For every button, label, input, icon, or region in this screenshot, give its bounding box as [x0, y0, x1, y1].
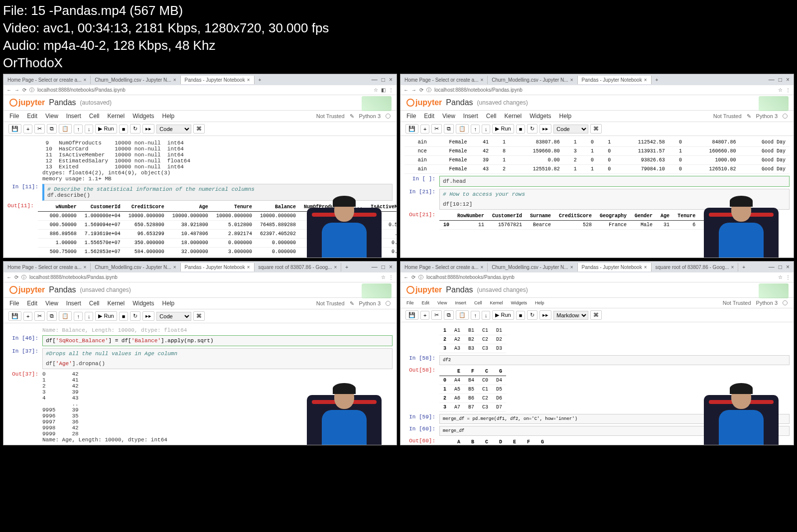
reload-icon[interactable]: ⟳: [419, 87, 423, 93]
command-palette-button[interactable]: ⌘: [193, 311, 205, 321]
menu-edit[interactable]: Edit: [27, 113, 37, 120]
close-icon[interactable]: ×: [480, 77, 483, 83]
menu-icon[interactable]: ⋮: [786, 274, 791, 280]
tab-pandas[interactable]: Pandas - Jupyter Notebook×: [181, 263, 255, 271]
kernel-name[interactable]: Python 3: [359, 113, 381, 119]
star-icon[interactable]: ☆: [381, 274, 386, 280]
window-close-icon[interactable]: ×: [389, 76, 393, 83]
new-tab-button[interactable]: +: [652, 76, 663, 84]
run-button[interactable]: ▶ Run: [492, 310, 514, 320]
info-icon[interactable]: ⓘ: [426, 87, 431, 94]
url-field[interactable]: localhost:8888/notebooks/Pandas.ipynb: [426, 274, 775, 280]
code-cell[interactable]: df.head: [439, 176, 790, 187]
maximize-icon[interactable]: □: [779, 264, 782, 270]
paste-button[interactable]: 📋: [456, 310, 469, 320]
code-cell[interactable]: #Drops all the null values in Age column…: [42, 348, 393, 369]
reload-icon[interactable]: ⟳: [411, 274, 415, 280]
save-button[interactable]: 💾: [405, 310, 418, 320]
close-icon[interactable]: ×: [173, 77, 176, 83]
info-icon[interactable]: ⓘ: [418, 274, 423, 281]
menu-icon[interactable]: ⋮: [389, 87, 394, 93]
tab-home[interactable]: Home Page - Select or create a...×: [3, 263, 91, 271]
command-palette-button[interactable]: ⌘: [590, 310, 602, 320]
save-button[interactable]: 💾: [8, 124, 21, 133]
tab-churn[interactable]: Churn_Modelling.csv - Jupyter N...×: [488, 76, 577, 84]
close-icon[interactable]: ×: [83, 77, 86, 83]
add-cell-button[interactable]: +: [420, 125, 429, 133]
url-field[interactable]: localhost:8888/notebooks/Pandas.ipynb: [29, 274, 378, 280]
close-icon[interactable]: ×: [570, 265, 573, 270]
stop-button[interactable]: ■: [516, 125, 526, 133]
menu-view[interactable]: View: [45, 113, 58, 120]
maximize-icon[interactable]: □: [382, 76, 385, 83]
trust-indicator[interactable]: Not Trusted: [723, 300, 751, 306]
restart-run-button[interactable]: ▸▸: [539, 124, 551, 133]
menu-insert[interactable]: Insert: [455, 300, 466, 305]
menu-cell[interactable]: Cell: [486, 113, 497, 120]
tab-google[interactable]: square root of 83807.86 - Goog...×: [255, 263, 342, 271]
close-icon[interactable]: ×: [480, 265, 483, 270]
notebook-title[interactable]: Pandas: [446, 285, 473, 294]
tab-churn[interactable]: Churn_Modelling.csv - Jupyter N...×: [91, 263, 180, 271]
close-icon[interactable]: ×: [173, 265, 176, 270]
move-up-button[interactable]: ↑: [471, 125, 480, 133]
menu-cell[interactable]: Cell: [89, 300, 100, 307]
new-tab-button[interactable]: +: [255, 76, 266, 84]
tab-pandas[interactable]: Pandas - Jupyter Notebook×: [578, 76, 652, 84]
restart-run-button[interactable]: ▸▸: [142, 124, 154, 133]
back-icon[interactable]: ←: [403, 274, 408, 280]
menu-file[interactable]: File: [406, 300, 414, 305]
menu-cell[interactable]: Cell: [89, 113, 100, 120]
star-icon[interactable]: ☆: [374, 87, 378, 93]
tab-google[interactable]: square root of 83807.86 - Goog...×: [652, 263, 739, 271]
minimize-icon[interactable]: —: [372, 76, 378, 83]
copy-button[interactable]: ⧉: [444, 124, 454, 133]
cut-button[interactable]: ✂: [431, 124, 442, 133]
cell-type-select[interactable]: Markdown: [553, 311, 588, 320]
restart-run-button[interactable]: ▸▸: [142, 311, 154, 321]
tab-churn[interactable]: Churn_Modelling.csv - Jupyter N...×: [488, 263, 577, 271]
minimize-icon[interactable]: —: [769, 264, 775, 270]
notebook-title[interactable]: Pandas: [49, 285, 76, 294]
close-icon[interactable]: ×: [570, 77, 573, 83]
reload-icon[interactable]: ⟳: [22, 87, 26, 93]
menu-help[interactable]: Help: [535, 300, 544, 305]
close-icon[interactable]: ×: [644, 265, 647, 270]
menu-edit[interactable]: Edit: [422, 300, 430, 305]
copy-button[interactable]: ⧉: [444, 310, 454, 320]
move-up-button[interactable]: ↑: [74, 125, 83, 133]
restart-button[interactable]: ↻: [130, 124, 140, 133]
close-icon[interactable]: ×: [247, 265, 250, 270]
edit-icon[interactable]: ✎: [350, 113, 354, 120]
run-button[interactable]: ▶ Run: [95, 124, 117, 133]
add-cell-button[interactable]: +: [420, 311, 429, 320]
tab-home[interactable]: Home Page - Select or create a...×: [400, 263, 488, 271]
menu-help[interactable]: Help: [162, 300, 175, 307]
jupyter-logo[interactable]: jupyter: [406, 98, 442, 107]
forward-icon[interactable]: →: [411, 87, 416, 93]
edit-icon[interactable]: ✎: [747, 113, 751, 120]
restart-button[interactable]: ↻: [527, 310, 537, 320]
menu-widgets[interactable]: Widgets: [133, 300, 154, 307]
menu-widgets[interactable]: Widgets: [133, 113, 154, 120]
add-cell-button[interactable]: +: [23, 312, 32, 321]
run-button[interactable]: ▶ Run: [95, 311, 117, 321]
minimize-icon[interactable]: —: [372, 264, 378, 270]
copy-button[interactable]: ⧉: [47, 124, 57, 133]
url-field[interactable]: localhost:8888/notebooks/Pandas.ipynb: [434, 87, 775, 93]
menu-kernel[interactable]: Kernel: [505, 113, 522, 120]
copy-button[interactable]: ⧉: [47, 311, 57, 321]
back-icon[interactable]: ←: [403, 87, 408, 93]
run-button[interactable]: ▶ Run: [492, 124, 514, 133]
close-icon[interactable]: ×: [644, 77, 647, 83]
kernel-name[interactable]: Python 3: [359, 300, 381, 306]
tab-home[interactable]: Home Page - Select or create a...×: [400, 76, 488, 84]
cell-type-select[interactable]: Code: [553, 125, 588, 133]
menu-edit[interactable]: Edit: [424, 113, 434, 120]
window-close-icon[interactable]: ×: [786, 76, 790, 83]
back-icon[interactable]: ←: [6, 274, 11, 280]
restart-button[interactable]: ↻: [130, 311, 140, 321]
command-palette-button[interactable]: ⌘: [590, 124, 602, 133]
close-icon[interactable]: ×: [731, 265, 734, 270]
menu-icon[interactable]: ⋮: [786, 87, 791, 93]
